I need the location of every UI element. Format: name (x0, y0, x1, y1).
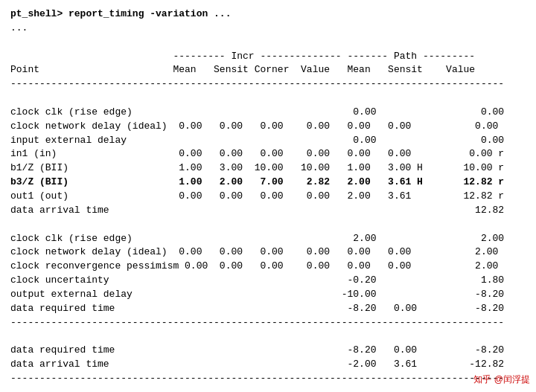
row-cu: clock uncertainty -0.20 1.80 (10, 274, 504, 286)
row-oed: output external delay -10.00 -8.20 (10, 289, 504, 300)
row-drt2: data required time -8.20 0.00 -8.20 (10, 344, 504, 356)
row-clk1: clock clk (rise edge) 0.00 0.00 (10, 106, 504, 118)
row-crp: clock reconvergence pessimism 0.00 0.00 … (10, 260, 498, 271)
row-cnd1: clock network delay (ideal) 0.00 0.00 0.… (10, 121, 498, 132)
row-dat2: data arrival time -2.00 3.61 -12.82 (10, 359, 504, 370)
row-clk2: clock clk (rise edge) 2.00 2.00 (10, 233, 504, 244)
row-cnd2: clock network delay (ideal) 0.00 0.00 0.… (10, 246, 498, 257)
watermark: 知乎 @闰浮提 (473, 373, 530, 386)
row-drt1: data required time -8.20 0.00 -8.20 (10, 303, 504, 314)
row-in1: in1 (in) 0.00 0.00 0.00 0.00 0.00 0.00 0… (10, 148, 504, 159)
terminal-content: pt_shell> report_timing -variation ... .… (10, 7, 526, 392)
prompt-line: pt_shell> report_timing -variation ... (10, 8, 231, 19)
row-b3z: b3/Z (BII) 1.00 2.00 7.00 2.82 2.00 3.61… (10, 176, 504, 187)
terminal-window: pt_shell> report_timing -variation ... .… (10, 7, 526, 392)
row-b1z: b1/Z (BII) 1.00 3.00 10.00 10.00 1.00 3.… (10, 162, 504, 173)
separator2: ----------------------------------------… (10, 317, 504, 328)
continuation-dots: ... (10, 22, 28, 33)
separator1: ----------------------------------------… (10, 78, 504, 89)
header-line1: --------- Incr -------------- ------- Pa… (10, 51, 475, 62)
header-line2: Point Mean Sensit Corner Value Mean Sens… (10, 64, 475, 75)
row-out1: out1 (out) 0.00 0.00 0.00 0.00 2.00 3.61… (10, 190, 504, 202)
row-dat: data arrival time 12.82 (10, 205, 504, 216)
row-ied: input external delay 0.00 0.00 (10, 135, 504, 146)
separator3: ----------------------------------------… (10, 373, 504, 384)
